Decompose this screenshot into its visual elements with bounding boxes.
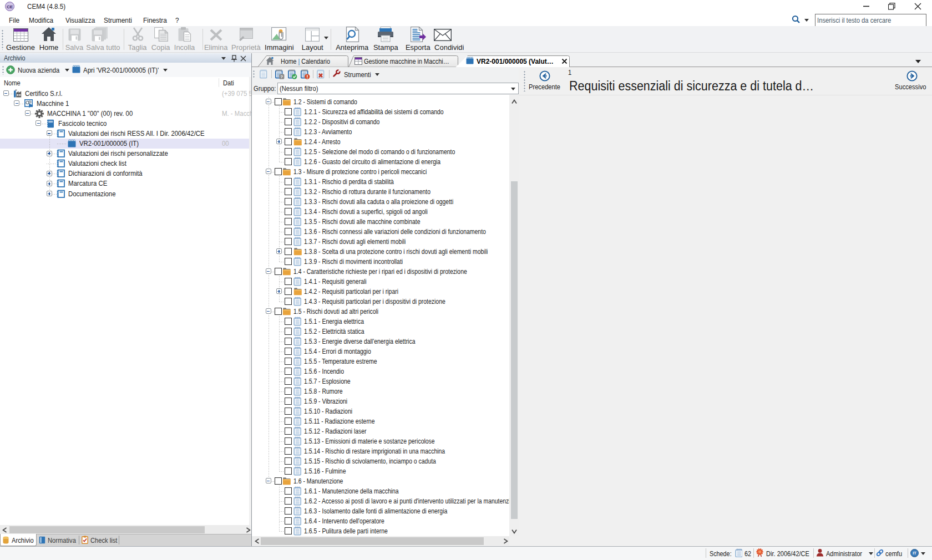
svg-text:IT: IT — [913, 551, 916, 556]
svg-text:?: ? — [280, 74, 283, 79]
svg-text:CE: CE — [7, 4, 13, 9]
